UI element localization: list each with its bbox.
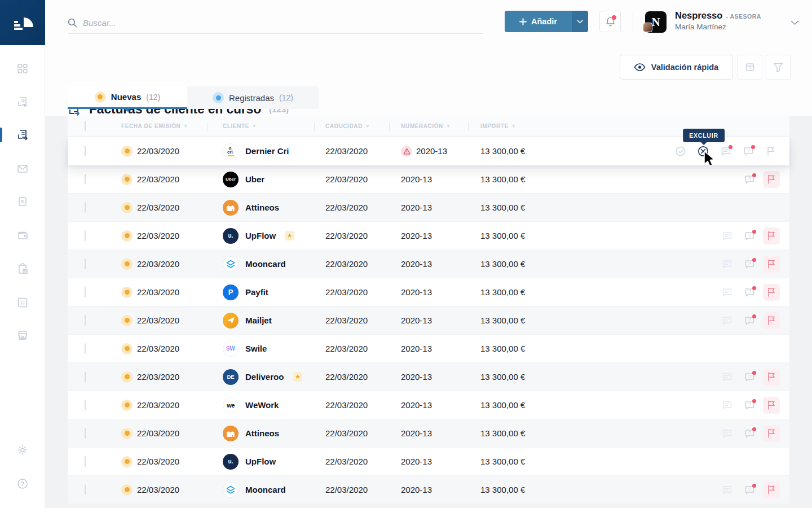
tab-nuevas[interactable]: Nuevas (12) xyxy=(68,86,187,109)
app-logo[interactable] xyxy=(0,0,45,45)
column-header-importe[interactable]: IMPORTE▼ xyxy=(480,123,559,129)
question-action-icon[interactable]: ? xyxy=(740,481,758,499)
flag-action-icon[interactable] xyxy=(763,397,780,414)
table-row[interactable]: 22/03/2020UberUber22/03/20202020-1313 30… xyxy=(68,165,789,194)
client-logo-uber: Uber xyxy=(223,172,239,187)
client-logo-mailjet xyxy=(223,313,239,329)
table-row[interactable]: 22/03/2020DEDeliveroo★22/03/20202020-131… xyxy=(68,363,789,391)
comment-action-icon[interactable] xyxy=(718,255,736,273)
sidebar-item-clipboard-calc[interactable] xyxy=(0,257,45,282)
row-checkbox[interactable] xyxy=(85,428,86,439)
flag-action-icon[interactable] xyxy=(763,481,780,498)
question-action-icon[interactable]: ? xyxy=(740,170,758,189)
row-checkbox[interactable] xyxy=(85,230,86,241)
sidebar-item-store[interactable] xyxy=(0,323,45,348)
cell-fecha: 22/03/2020 xyxy=(121,230,223,242)
row-checkbox[interactable] xyxy=(85,371,86,382)
add-button-label: Añadir xyxy=(531,17,557,26)
row-checkbox[interactable] xyxy=(85,343,86,354)
row-checkbox[interactable] xyxy=(85,315,86,326)
flag-action-icon[interactable] xyxy=(763,256,780,273)
table-row[interactable]: 22/03/2020u.UpFlow★22/03/20202020-1313 3… xyxy=(68,222,789,250)
notification-dot xyxy=(751,145,756,150)
cell-fecha: 22/03/2020 xyxy=(121,400,223,411)
sidebar-item-keypad[interactable] xyxy=(0,290,45,315)
row-checkbox[interactable] xyxy=(85,287,86,297)
flag-action-icon[interactable] xyxy=(763,369,780,386)
table-row[interactable]: 22/03/2020PPayfit22/03/20202020-1313 300… xyxy=(68,278,789,306)
row-checkbox[interactable] xyxy=(85,456,86,467)
comment-action-icon[interactable] xyxy=(718,368,736,386)
cell-caducidad: 22/03/2020 xyxy=(325,174,401,184)
add-dropdown-button[interactable] xyxy=(572,11,588,32)
table-row[interactable]: 22/03/2020weWeWork22/03/20202020-1313 30… xyxy=(68,391,789,419)
filter-button[interactable] xyxy=(766,55,791,80)
wallet-icon xyxy=(16,229,29,242)
add-button[interactable]: Añadir xyxy=(505,11,588,32)
cell-numeracion: 2020-13 xyxy=(401,457,480,466)
notifications-button[interactable] xyxy=(599,11,621,32)
table-row[interactable]: 22/03/2020Attineos22/03/20202020-1313 30… xyxy=(68,194,789,222)
row-checkbox[interactable] xyxy=(85,400,86,410)
row-checkbox[interactable] xyxy=(85,146,86,156)
cell-caducidad: 22/03/2020 xyxy=(325,485,401,494)
select-all-checkbox[interactable] xyxy=(85,121,86,132)
question-action-icon[interactable]: ? xyxy=(740,227,758,245)
cell-numeracion: 2020-13 xyxy=(401,400,480,410)
search-field[interactable] xyxy=(68,12,483,34)
question-action-icon[interactable]: ? xyxy=(739,142,757,160)
search-input[interactable] xyxy=(83,18,449,28)
table-row[interactable]: 22/03/2020d.cri.Dernier Cri22/03/2020202… xyxy=(68,137,789,165)
flag-action-icon[interactable] xyxy=(763,425,780,442)
cell-numeracion: 2020-13 xyxy=(401,203,480,212)
comment-action-icon[interactable] xyxy=(718,283,736,301)
cell-fecha: 22/03/2020 xyxy=(121,202,223,213)
comment-action-icon[interactable] xyxy=(718,481,736,499)
table-row[interactable]: 22/03/2020Attineos22/03/20202020-1313 30… xyxy=(68,419,789,448)
table-row[interactable]: 22/03/2020SWSwile22/03/20202020-1313 300… xyxy=(68,335,789,363)
comment-action-icon[interactable] xyxy=(718,227,736,245)
check-action-icon[interactable] xyxy=(672,142,690,160)
sidebar-item-wallet[interactable] xyxy=(0,223,45,248)
account-chevron-down-icon[interactable] xyxy=(791,17,799,28)
flag-action-icon[interactable] xyxy=(762,142,780,160)
comment-action-icon[interactable] xyxy=(718,396,736,414)
new-status-dot xyxy=(121,315,133,326)
archive-button[interactable] xyxy=(738,55,762,80)
question-action-icon[interactable]: ? xyxy=(740,255,758,273)
question-action-icon[interactable]: ? xyxy=(740,396,758,414)
table-row[interactable]: 22/03/2020Mailjet22/03/20202020-1313 300… xyxy=(68,306,789,335)
table-row[interactable]: 22/03/2020Mooncard22/03/20202020-1313 30… xyxy=(68,476,789,504)
notification-dot xyxy=(612,15,616,20)
cell-fecha: 22/03/2020 xyxy=(121,371,223,383)
row-checkbox[interactable] xyxy=(85,202,86,213)
row-checkbox[interactable] xyxy=(85,259,86,269)
comment-action-icon[interactable] xyxy=(718,424,736,443)
flag-action-icon[interactable] xyxy=(763,227,780,244)
sidebar-item-receipt-euro[interactable]: € xyxy=(0,189,45,214)
question-action-icon[interactable]: ? xyxy=(740,424,758,443)
cell-importe: 13 300,00 € xyxy=(480,344,559,353)
tab-registradas[interactable]: Registradas (12) xyxy=(187,86,319,109)
row-checkbox[interactable] xyxy=(85,174,86,185)
question-action-icon[interactable]: ? xyxy=(740,283,758,301)
column-header-cliente[interactable]: CLIENTE▼ xyxy=(223,123,325,129)
question-action-icon[interactable]: ? xyxy=(740,368,758,386)
flag-action-icon[interactable] xyxy=(763,171,780,188)
row-checkbox[interactable] xyxy=(85,484,86,495)
comment-action-icon[interactable] xyxy=(717,142,735,160)
table-row[interactable]: 22/03/2020u.UpFlow22/03/20202020-1313 30… xyxy=(68,448,789,476)
add-button-main[interactable]: Añadir xyxy=(505,11,572,32)
flag-action-icon[interactable] xyxy=(763,284,780,301)
table-row[interactable]: 22/03/2020Mooncard22/03/20202020-1313 30… xyxy=(68,250,789,278)
sidebar-item-invoices-in[interactable] xyxy=(0,90,45,115)
comment-action-icon[interactable] xyxy=(718,312,736,330)
sidebar-item-dashboard[interactable] xyxy=(0,56,45,81)
sidebar-item-settings[interactable] xyxy=(0,437,45,462)
sidebar-item-mail[interactable] xyxy=(0,156,45,181)
question-action-icon[interactable]: ? xyxy=(740,312,758,330)
flag-action-icon[interactable] xyxy=(763,312,780,329)
sidebar-item-help[interactable]: ? xyxy=(0,471,45,496)
quick-validation-button[interactable]: Validación rápida xyxy=(620,55,732,80)
sidebar-item-invoices-out[interactable] xyxy=(0,122,45,147)
